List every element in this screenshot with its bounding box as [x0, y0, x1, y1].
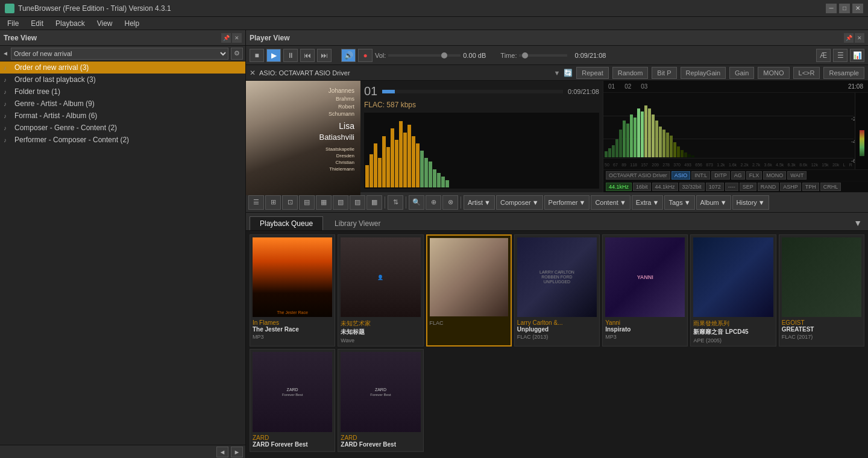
tree-item-label-5: Composer - Genre - Content (2): [14, 124, 117, 132]
random-button[interactable]: Random: [612, 67, 649, 79]
menu-file[interactable]: File: [2, 18, 24, 29]
toolbar-btn-8[interactable]: ▩: [366, 195, 382, 210]
album-card-5[interactable]: 雨果發燒系列 新靡靡之音 LPCD45 APE (2005): [690, 234, 776, 347]
tree-nav-bottom: ◄ ►: [0, 445, 245, 458]
extra-dropdown[interactable]: Extra ▼: [632, 195, 664, 210]
player-close-button[interactable]: ✕: [855, 33, 864, 43]
mono-badge: MONO: [763, 171, 786, 180]
resample-button[interactable]: Resample: [823, 67, 864, 79]
history-dropdown[interactable]: History ▼: [732, 195, 769, 210]
tab-library-viewer[interactable]: Library Viewer: [324, 216, 391, 230]
track-time-display: 0:09/21:08: [568, 88, 599, 95]
toolbar-btn-3[interactable]: ⊡: [282, 195, 298, 210]
tree-item-1[interactable]: ♪ Order of last playback (3): [0, 74, 245, 86]
minimize-button[interactable]: ─: [826, 4, 837, 13]
repeat-button[interactable]: Repeat: [576, 67, 608, 79]
spectrum-view-button[interactable]: 📊: [850, 49, 864, 62]
speaker-button[interactable]: 🔊: [341, 49, 356, 62]
artist-dropdown[interactable]: Artist ▼: [464, 195, 495, 210]
tree-item-5[interactable]: ♪ Composer - Genre - Content (2): [0, 122, 245, 134]
tree-pin-button[interactable]: 📌: [221, 33, 231, 43]
album-card-4[interactable]: YANNI Yanni Inspirato MP3: [602, 234, 688, 347]
asio-refresh-button[interactable]: 🔄: [564, 69, 573, 77]
tree-settings-button[interactable]: ⚙: [231, 48, 243, 60]
list-view-button[interactable]: ☰: [833, 49, 848, 62]
toolbar-search-button[interactable]: 🔍: [409, 195, 424, 210]
toolbar-btn-1[interactable]: ☰: [248, 195, 264, 210]
toolbar-btn-4[interactable]: ▤: [299, 195, 315, 210]
rspec-bar: [626, 124, 629, 157]
album-dropdown[interactable]: Album ▼: [696, 195, 731, 210]
toolbar-btn-7[interactable]: ▨: [350, 195, 365, 210]
mono-button[interactable]: MONO: [758, 67, 789, 79]
equalizer-button[interactable]: Æ: [816, 49, 831, 62]
bitp-button[interactable]: Bit P: [652, 67, 676, 79]
tree-item-0[interactable]: ♪ Order of new arrival (3): [0, 61, 245, 74]
album-format-4: MP3: [605, 334, 685, 340]
toolbar-sort-button[interactable]: ⇅: [388, 195, 403, 210]
window-controls: ─ □ ✕: [826, 4, 863, 13]
toolbar-btn-5[interactable]: ▦: [316, 195, 332, 210]
spectrum-bars-area: [364, 113, 599, 189]
tab-expand-button[interactable]: ▼: [851, 216, 864, 230]
content-dropdown[interactable]: Content ▼: [591, 195, 630, 210]
next-button[interactable]: ⏭: [317, 49, 332, 62]
replaygain-button[interactable]: ReplayGain: [681, 67, 726, 79]
toolbar-filter-button[interactable]: ⊗: [442, 195, 458, 210]
album-card-3[interactable]: LARRY CARLTONROBBEN FORDUNPLUGGED Larry …: [514, 234, 600, 347]
vol-label: Vol:: [375, 52, 386, 59]
tags-dropdown[interactable]: Tags ▼: [664, 195, 694, 210]
tree-nav-left[interactable]: ◄: [2, 50, 8, 57]
prev-button[interactable]: ⏮: [300, 49, 315, 62]
volume-slider[interactable]: [388, 54, 461, 57]
spec-bar: [437, 173, 441, 187]
tab-playback-queue[interactable]: Playback Queue: [250, 216, 323, 230]
toolbar-sep-2: [406, 196, 406, 209]
stop-button[interactable]: ■: [250, 49, 264, 62]
album-card-8[interactable]: ZARDForever Best ZARD ZARD Forever Best: [338, 349, 423, 451]
record-button[interactable]: ●: [358, 49, 373, 62]
play-button[interactable]: ▶: [266, 49, 281, 62]
device-name-badge: OCTAVART ASIO Driver: [606, 171, 670, 180]
tree-item-label-2: Folder tree (1): [14, 87, 60, 96]
album-card-2[interactable]: FLAC: [426, 234, 512, 347]
menu-playback[interactable]: Playback: [51, 18, 90, 29]
tree-selector-dropdown[interactable]: Order of new arrival Order of last playb…: [11, 48, 228, 60]
asio-dropdown-arrow[interactable]: ▼: [553, 69, 560, 77]
spec-bar: [441, 177, 445, 187]
track-progress-bar[interactable]: [382, 90, 563, 93]
album-card-1[interactable]: 👤 未知艺术家 未知标题 Wave: [338, 234, 423, 347]
toolbar-btn-2[interactable]: ⊞: [265, 195, 281, 210]
close-button[interactable]: ✕: [852, 4, 863, 13]
tree-item-6[interactable]: ♪ Performer - Composer - Content (2): [0, 134, 245, 146]
tree-forward-button[interactable]: ►: [231, 447, 243, 457]
maximize-button[interactable]: □: [839, 4, 850, 13]
toolbar-btn-6[interactable]: ▧: [333, 195, 348, 210]
tree-item-3[interactable]: ♪ Genre - Artist - Album (9): [0, 98, 245, 110]
tree-item-4[interactable]: ♪ Format - Artist - Album (6): [0, 110, 245, 122]
lr-button[interactable]: L<>R: [793, 67, 820, 79]
menu-edit[interactable]: Edit: [26, 18, 48, 29]
track-time-1: 01: [608, 83, 615, 90]
album-card-0[interactable]: The Jester Race In Flames The Jester Rac…: [250, 234, 335, 347]
pause-button[interactable]: ⏸: [283, 49, 298, 62]
menu-help[interactable]: Help: [120, 18, 145, 29]
time-position-slider[interactable]: [519, 54, 567, 57]
album-card-6[interactable]: EGOIST GREATEST FLAC (2017): [779, 234, 864, 347]
album-format-6: FLAC (2017): [782, 334, 861, 340]
gain-button[interactable]: Gain: [729, 67, 754, 79]
tree-back-button[interactable]: ◄: [216, 447, 228, 457]
player-pin-button[interactable]: 📌: [844, 33, 854, 43]
composer-dropdown[interactable]: Composer ▼: [496, 195, 543, 210]
album-card-7[interactable]: ZARDForever Best ZARD ZARD Forever Best: [250, 349, 335, 451]
tree-item-2[interactable]: ♪ Folder tree (1): [0, 86, 245, 98]
performer-dropdown[interactable]: Performer ▼: [544, 195, 590, 210]
rspec-bar: [641, 111, 644, 157]
menu-view[interactable]: View: [92, 18, 118, 29]
spectrum-visualization: 0dB -20dB -40dB -60dB: [603, 93, 868, 169]
toolbar-zoom-button[interactable]: ⊕: [426, 195, 441, 210]
toolbar-row: ☰ ⊞ ⊡ ▤ ▦ ▧ ▨ ▩ ⇅ 🔍 ⊕ ⊗ Artist ▼ Compose…: [246, 192, 868, 213]
device-info-row2: 44.1kHz 16bit 44.1kHz 32/32bit 1072 ----…: [603, 181, 868, 192]
asio-close-button[interactable]: ✕: [250, 69, 256, 77]
tree-close-button[interactable]: ✕: [232, 33, 242, 43]
